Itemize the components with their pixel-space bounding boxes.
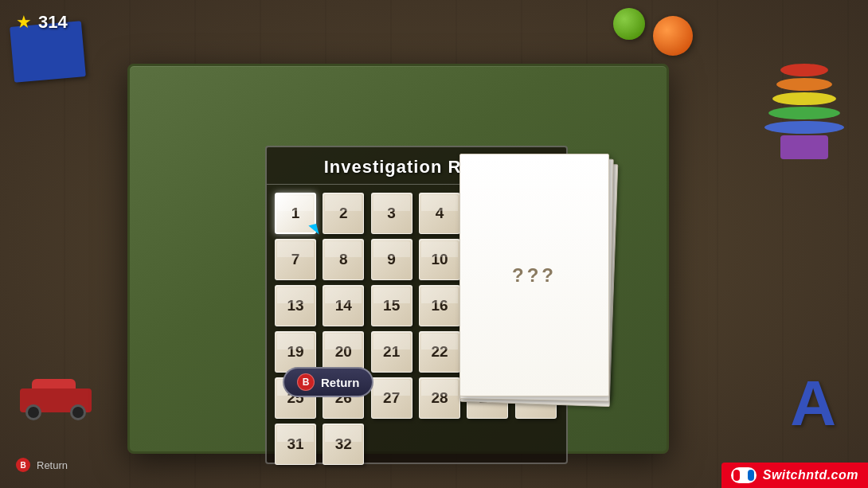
ring-2 — [776, 78, 832, 91]
car-wheel-back — [70, 404, 86, 420]
car-wheel-front — [25, 404, 41, 420]
grid-item-2[interactable]: 2 — [323, 193, 364, 234]
grid-item-21[interactable]: 21 — [371, 331, 412, 373]
star-icon: ★ — [16, 12, 32, 33]
bottom-return-hint: B Return — [16, 458, 68, 472]
ring-stack-decoration — [764, 64, 844, 159]
grid-item-14[interactable]: 14 — [323, 285, 364, 326]
switch-logo-icon — [731, 467, 757, 483]
letter-a-decoration: A — [790, 367, 836, 440]
ring-4 — [768, 107, 840, 119]
score-value: 314 — [38, 12, 68, 33]
return-button[interactable]: B Return — [283, 367, 373, 397]
grid-item-27[interactable]: 27 — [371, 377, 412, 419]
grid-item-4[interactable]: 4 — [419, 193, 460, 234]
grid-item-22[interactable]: 22 — [419, 331, 460, 373]
score-area: ★ 314 — [16, 12, 68, 33]
grid-item-32[interactable]: 32 — [323, 424, 364, 465]
grid-item-13[interactable]: 13 — [275, 285, 316, 326]
grid-item-28[interactable]: 28 — [419, 377, 460, 419]
ring-1 — [780, 64, 828, 76]
watermark: Switchntd.com — [721, 463, 868, 488]
ring-base — [780, 135, 828, 159]
paper-front: ??? — [459, 154, 609, 396]
toy-car-decoration — [16, 377, 96, 424]
grid-item-16[interactable]: 16 — [419, 285, 460, 326]
cursor-pointer — [308, 224, 319, 236]
ring-3 — [772, 92, 836, 105]
grid-item-10[interactable]: 10 — [419, 239, 460, 280]
orange-ball-decoration — [653, 16, 693, 56]
ring-5 — [764, 121, 844, 134]
b-button-icon: B — [297, 373, 315, 391]
grid-item-31[interactable]: 31 — [275, 424, 316, 465]
green-ball-decoration — [613, 8, 645, 40]
game-board: Investigation Report 1234567891011121314… — [127, 64, 669, 454]
b-button-small: B — [16, 458, 30, 472]
grid-item-9[interactable]: 9 — [371, 239, 412, 280]
grid-item-3[interactable]: 3 — [371, 193, 412, 234]
paper-stack: ??? — [459, 154, 619, 408]
watermark-text: Switchntd.com — [763, 468, 858, 482]
return-label: Return — [321, 376, 359, 389]
grid-item-1[interactable]: 1 — [275, 193, 316, 234]
grid-item-7[interactable]: 7 — [275, 239, 316, 280]
grid-item-15[interactable]: 15 — [371, 285, 412, 326]
bottom-return-label: Return — [37, 459, 68, 471]
paper-question-marks: ??? — [512, 264, 557, 287]
grid-item-8[interactable]: 8 — [323, 239, 364, 280]
